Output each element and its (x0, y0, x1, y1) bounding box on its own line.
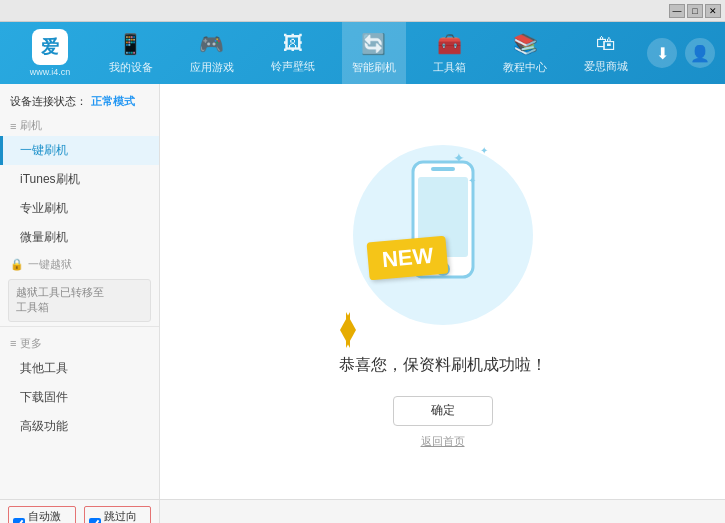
nav-item-my-device[interactable]: 📱 我的设备 (99, 22, 163, 84)
nav-right: ⬇ 👤 (647, 38, 715, 68)
smart-flash-icon: 🔄 (361, 32, 386, 56)
titlebar-buttons: — □ ✕ (669, 4, 721, 18)
sidebar: 设备连接状态： 正常模式 ≡ 刷机 一键刷机 iTunes刷机 专业刷机 微量刷… (0, 84, 160, 499)
store-icon: 🛍 (596, 32, 616, 55)
flash-section-label: 刷机 (20, 118, 42, 133)
success-illustration: ✦ ✦ ✦ NEW (343, 135, 543, 335)
section-header-jailbreak: 🔒 一键越狱 (0, 252, 159, 275)
success-message: 恭喜您，保资料刷机成功啦！ (339, 355, 547, 376)
download-button[interactable]: ⬇ (647, 38, 677, 68)
sidebar-item-advanced[interactable]: 高级功能 (0, 412, 159, 441)
content-area: ✦ ✦ ✦ NEW 恭喜您，保资料刷机成功啦！ 确定 返回首页 (160, 84, 725, 499)
auto-connect-input[interactable] (13, 518, 25, 523)
back-link[interactable]: 返回首页 (421, 434, 465, 449)
nav-item-store[interactable]: 🛍 爱思商城 (574, 22, 638, 84)
status-bar: 设备连接状态： 正常模式 (0, 90, 159, 113)
sidebar-item-other-tools[interactable]: 其他工具 (0, 354, 159, 383)
auto-connect-label: 自动激活 (28, 509, 71, 523)
nav-item-toolbox[interactable]: 🧰 工具箱 (423, 22, 476, 84)
logo-icon: 爱 (32, 29, 68, 65)
sparkle-3: ✦ (480, 145, 488, 156)
bottom-section: 自动激活 跳过向导 📱 iPhone 12 mini 64GB Down-12m… (0, 499, 725, 523)
my-device-icon: 📱 (118, 32, 143, 56)
sidebar-item-download-firmware[interactable]: 下载固件 (0, 383, 159, 412)
jailbreak-label: 一键越狱 (28, 257, 72, 272)
tutorial-icon: 📚 (513, 32, 538, 56)
more-section-label: 更多 (20, 336, 42, 351)
auto-connect-checkbox[interactable]: 自动激活 (8, 506, 76, 523)
lock-icon: 🔒 (10, 258, 24, 271)
skip-wizard-checkbox[interactable]: 跳过向导 (84, 506, 152, 523)
header: 爱 www.i4.cn 📱 我的设备 🎮 应用游戏 🖼 铃声壁纸 🔄 智能刷机 … (0, 22, 725, 84)
sparkle-2: ✦ (468, 175, 476, 186)
nav-item-tutorial[interactable]: 📚 教程中心 (493, 22, 557, 84)
minimize-button[interactable]: — (669, 4, 685, 18)
logo[interactable]: 爱 www.i4.cn (10, 29, 90, 77)
nav-items: 📱 我的设备 🎮 应用游戏 🖼 铃声壁纸 🔄 智能刷机 🧰 工具箱 📚 教程中心… (90, 22, 647, 84)
nav-label-toolbox: 工具箱 (433, 60, 466, 75)
new-badge: NEW (366, 235, 448, 280)
bottom-right-panel: V7.98.66 客服 微信公众号 检查更新 (160, 500, 725, 523)
toolbox-icon: 🧰 (437, 32, 462, 56)
micro-flash-label: 微量刷机 (20, 230, 68, 244)
section-header-flash: ≡ 刷机 (0, 113, 159, 136)
status-value: 正常模式 (91, 94, 135, 109)
section-header-more: ≡ 更多 (0, 331, 159, 354)
nav-label-my-device: 我的设备 (109, 60, 153, 75)
maximize-button[interactable]: □ (687, 4, 703, 18)
sidebar-item-itunes-flash[interactable]: iTunes刷机 (0, 165, 159, 194)
download-firmware-label: 下载固件 (20, 390, 68, 404)
itunes-flash-label: iTunes刷机 (20, 172, 80, 186)
sidebar-item-pro-flash[interactable]: 专业刷机 (0, 194, 159, 223)
skip-wizard-label: 跳过向导 (104, 509, 147, 523)
sidebar-item-onekey-flash[interactable]: 一键刷机 (0, 136, 159, 165)
sidebar-divider (0, 326, 159, 327)
flash-section-icon: ≡ (10, 120, 16, 132)
status-label: 设备连接状态： (10, 94, 87, 109)
svg-rect-3 (431, 167, 455, 171)
onekey-flash-label: 一键刷机 (20, 143, 68, 157)
nav-label-tutorial: 教程中心 (503, 60, 547, 75)
other-tools-label: 其他工具 (20, 361, 68, 375)
nav-label-store: 爱思商城 (584, 59, 628, 74)
nav-item-smart-flash[interactable]: 🔄 智能刷机 (342, 22, 406, 84)
nav-label-wallpaper: 铃声壁纸 (271, 59, 315, 74)
user-button[interactable]: 👤 (685, 38, 715, 68)
titlebar: — □ ✕ (0, 0, 725, 22)
sparkle-1: ✦ (453, 150, 465, 166)
pro-flash-label: 专业刷机 (20, 201, 68, 215)
jailbreak-note: 越狱工具已转移至工具箱 (8, 279, 151, 322)
nav-label-apps-games: 应用游戏 (190, 60, 234, 75)
main-area: 设备连接状态： 正常模式 ≡ 刷机 一键刷机 iTunes刷机 专业刷机 微量刷… (0, 84, 725, 499)
nav-label-smart-flash: 智能刷机 (352, 60, 396, 75)
confirm-button[interactable]: 确定 (393, 396, 493, 426)
more-section-icon: ≡ (10, 337, 16, 349)
apps-games-icon: 🎮 (199, 32, 224, 56)
advanced-label: 高级功能 (20, 419, 68, 433)
bottom-checkboxes: 自动激活 跳过向导 (0, 500, 159, 523)
nav-item-wallpaper[interactable]: 🖼 铃声壁纸 (261, 22, 325, 84)
close-button[interactable]: ✕ (705, 4, 721, 18)
sidebar-item-micro-flash[interactable]: 微量刷机 (0, 223, 159, 252)
logo-text: www.i4.cn (30, 67, 71, 77)
nav-item-apps-games[interactable]: 🎮 应用游戏 (180, 22, 244, 84)
wallpaper-icon: 🖼 (283, 32, 303, 55)
bottom-left-panel: 自动激活 跳过向导 📱 iPhone 12 mini 64GB Down-12m… (0, 500, 160, 523)
skip-wizard-input[interactable] (89, 518, 101, 523)
